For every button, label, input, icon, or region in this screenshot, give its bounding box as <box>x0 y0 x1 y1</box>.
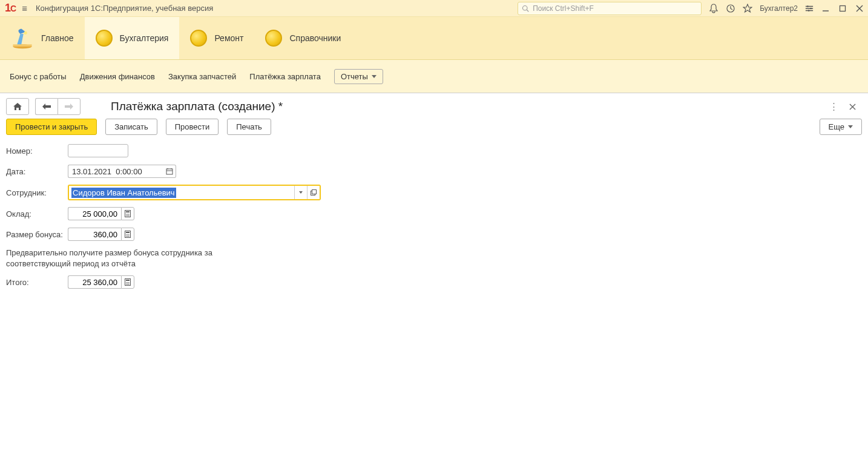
home-button[interactable] <box>6 98 29 115</box>
form-toolbar: Провести и закрыть Записать Провести Печ… <box>0 119 868 142</box>
employee-value: Сидоров Иван Анатольевич <box>71 188 176 198</box>
calculator-icon <box>125 278 131 286</box>
employee-dropdown-button[interactable] <box>294 186 307 199</box>
nav-back-button[interactable] <box>35 98 58 115</box>
calendar-icon <box>166 168 173 175</box>
svg-point-5 <box>808 10 810 12</box>
cmd-reports[interactable]: Отчеты <box>334 69 383 84</box>
salary-label: Оклад: <box>6 209 68 218</box>
svg-point-40 <box>127 282 128 283</box>
search-input[interactable]: Поиск Ctrl+Shift+F <box>518 2 702 15</box>
close-icon[interactable] <box>856 5 863 12</box>
calculator-icon <box>125 210 131 217</box>
circle-icon <box>96 30 113 47</box>
svg-point-43 <box>127 284 128 285</box>
svg-point-12 <box>24 31 27 34</box>
logo-1c: 1С <box>5 2 16 15</box>
arrow-left-icon <box>42 104 51 110</box>
search-icon <box>522 5 529 12</box>
more-button[interactable]: Еще <box>820 119 862 135</box>
post-and-close-button[interactable]: Провести и закрыть <box>6 119 97 135</box>
date-label: Дата: <box>6 167 68 176</box>
open-icon <box>311 189 317 196</box>
employee-field-group: Сидоров Иван Анатольевич <box>68 185 321 200</box>
command-bar: Бонус с работы Движения финансов Закупка… <box>0 60 868 93</box>
search-placeholder: Поиск Ctrl+Shift+F <box>533 4 594 13</box>
svg-point-4 <box>810 7 812 9</box>
svg-rect-20 <box>312 190 317 194</box>
total-calc-button[interactable] <box>121 275 134 289</box>
svg-point-31 <box>126 234 127 235</box>
menu-icon[interactable]: ≡ <box>22 3 27 13</box>
bonus-calc-button[interactable] <box>121 228 134 241</box>
svg-point-26 <box>126 215 127 217</box>
close-form-icon[interactable] <box>849 104 856 110</box>
svg-line-1 <box>527 10 528 12</box>
history-icon[interactable] <box>726 4 735 13</box>
section-accounting[interactable]: Бухгалтерия <box>85 17 180 59</box>
print-button[interactable]: Печать <box>227 119 271 135</box>
svg-point-44 <box>128 284 130 285</box>
total-field[interactable] <box>68 275 121 289</box>
svg-point-42 <box>126 284 127 285</box>
bonus-note: Предварительно получите размер бонуса со… <box>6 248 236 269</box>
form-body: Номер: Дата: Сотрудник: Сидоров Иван Ана… <box>0 142 868 297</box>
cmd-bonus[interactable]: Бонус с работы <box>10 72 67 81</box>
cmd-finance[interactable]: Движения финансов <box>80 72 155 81</box>
arrow-right-icon <box>65 104 73 110</box>
more-label: Еще <box>829 122 844 131</box>
cmd-purchase[interactable]: Закупка запчастей <box>168 72 236 81</box>
number-label: Номер: <box>6 146 68 156</box>
employee-field[interactable]: Сидоров Иван Анатольевич <box>69 186 294 199</box>
nav-forward-button[interactable] <box>58 98 81 115</box>
home-icon <box>13 102 22 111</box>
svg-point-39 <box>126 282 127 283</box>
svg-point-0 <box>523 5 528 10</box>
date-field[interactable] <box>68 165 163 178</box>
svg-point-36 <box>128 236 130 237</box>
svg-point-35 <box>127 236 128 237</box>
kebab-icon[interactable]: ⋮ <box>829 101 838 112</box>
section-main-label: Главное <box>41 33 74 43</box>
date-picker-button[interactable] <box>163 165 176 178</box>
section-repair[interactable]: Ремонт <box>179 17 254 59</box>
svg-point-25 <box>128 214 130 215</box>
svg-rect-22 <box>126 211 130 212</box>
svg-rect-15 <box>166 169 173 174</box>
app-title: Конфигурация 1С:Предприятие, учебная вер… <box>36 4 213 13</box>
svg-rect-11 <box>13 44 31 46</box>
cmd-reports-label: Отчеты <box>341 72 368 81</box>
section-main[interactable]: Главное <box>0 17 85 59</box>
circle-icon <box>190 30 207 47</box>
bell-icon[interactable] <box>709 4 718 13</box>
save-button[interactable]: Записать <box>105 119 157 135</box>
number-field[interactable] <box>68 144 128 157</box>
calculator-icon <box>125 231 131 238</box>
svg-rect-7 <box>840 5 846 11</box>
section-directories-label: Справочники <box>289 33 341 43</box>
salary-field[interactable] <box>68 207 121 220</box>
section-bar: Главное Бухгалтерия Ремонт Справочники <box>0 17 868 60</box>
bonus-label: Размер бонуса: <box>6 230 68 239</box>
nav-group <box>35 98 81 115</box>
employee-open-button[interactable] <box>307 186 320 199</box>
form-header: Платёжка зарплата (создание) * ⋮ <box>0 93 868 119</box>
svg-rect-30 <box>126 232 130 233</box>
bonus-field[interactable] <box>68 228 121 241</box>
cmd-salary[interactable]: Платёжка зарплата <box>249 72 321 81</box>
user-label[interactable]: Бухгалтер2 <box>760 4 798 13</box>
svg-point-3 <box>807 5 809 7</box>
post-button[interactable]: Провести <box>166 119 219 135</box>
star-icon[interactable] <box>743 4 752 13</box>
chevron-down-icon <box>299 191 303 194</box>
minimize-icon[interactable] <box>822 5 829 12</box>
section-directories[interactable]: Справочники <box>254 17 352 59</box>
svg-point-32 <box>127 234 128 235</box>
maximize-icon[interactable] <box>839 5 846 12</box>
settings-icon[interactable] <box>805 4 814 13</box>
salary-calc-button[interactable] <box>121 207 134 220</box>
svg-point-41 <box>128 282 130 283</box>
chevron-down-icon <box>372 75 376 78</box>
svg-rect-38 <box>126 280 130 281</box>
total-label: Итого: <box>6 278 68 287</box>
